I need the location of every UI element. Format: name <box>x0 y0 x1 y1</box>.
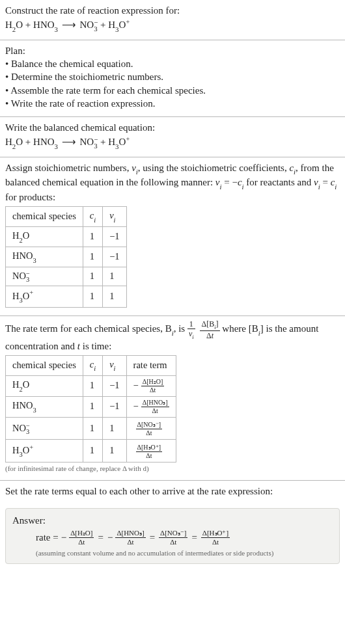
cell-nui: 1 <box>103 440 126 463</box>
cell-species: H2O <box>6 375 83 396</box>
cell-nui: −1 <box>103 247 126 267</box>
cell-species: HNO3 <box>6 247 83 267</box>
cell-nui: 1 <box>103 417 126 440</box>
stoich-text: Assign stoichiometric numbers, νi, using… <box>5 161 340 204</box>
cell-ci: 1 <box>83 396 102 417</box>
final-section: Set the rate terms equal to each other t… <box>0 481 345 504</box>
table-row: H2O 1 −1 − Δ[H₂O]Δt <box>6 375 176 396</box>
cell-species: H3O+ <box>6 286 83 307</box>
cell-ci: 1 <box>83 227 102 247</box>
table-row: NO−3 1 1 <box>6 267 127 286</box>
balanced-equation: H2O + HNO3 ⟶ NO−3 + H3O+ <box>5 134 340 150</box>
col-nui: νi <box>103 207 126 227</box>
cell-species: H2O <box>6 227 83 247</box>
cell-ci: 1 <box>83 247 102 267</box>
prompt-title: Construct the rate of reaction expressio… <box>5 4 340 17</box>
cell-species: HNO3 <box>6 396 83 417</box>
prompt-section: Construct the rate of reaction expressio… <box>0 0 345 40</box>
cell-ci: 1 <box>83 286 102 307</box>
table-row: H3O+ 1 1 Δ[H₃O⁺]Δt <box>6 440 176 463</box>
col-ci: ci <box>83 355 102 375</box>
final-title: Set the rate terms equal to each other t… <box>5 485 340 498</box>
col-rateterm: rate term <box>126 355 176 375</box>
cell-nui: −1 <box>103 396 126 417</box>
plan-item: • Balance the chemical equation. <box>5 57 340 70</box>
species-h3oplus: H3O+ <box>108 20 130 30</box>
table-row: H2O 1 −1 <box>6 227 127 247</box>
answer-assumption: (assuming constant volume and no accumul… <box>12 548 333 558</box>
answer-expression: rate = − Δ[H₂O]Δt = − Δ[HNO₃]Δt = Δ[NO₃⁻… <box>12 530 230 546</box>
species-h2o: H2O <box>5 20 23 30</box>
plan-item: • Write the rate of reaction expression. <box>5 97 340 110</box>
rateterm-section: The rate term for each chemical species,… <box>0 316 345 480</box>
table-row: NO−3 1 1 Δ[NO₃⁻]Δt <box>6 417 176 440</box>
plan-section: Plan: • Balance the chemical equation. •… <box>0 40 345 116</box>
fraction-one-over-nu: 1 νi <box>187 320 195 340</box>
cell-species: NO−3 <box>6 267 83 286</box>
reaction-arrow-icon: ⟶ <box>61 137 77 147</box>
cell-ci: 1 <box>83 375 102 396</box>
stoich-table: chemical species ci νi H2O 1 −1 HNO3 1 −… <box>5 206 127 307</box>
reaction-arrow-icon: ⟶ <box>61 20 77 30</box>
col-nui: νi <box>103 355 126 375</box>
cell-rateterm: Δ[NO₃⁻]Δt <box>126 417 176 440</box>
document-root: Construct the rate of reaction expressio… <box>0 0 345 564</box>
plan-title: Plan: <box>5 44 340 57</box>
answer-title: Answer: <box>12 514 333 527</box>
species-hno3: HNO3 <box>33 20 58 30</box>
cell-species: NO−3 <box>6 417 83 440</box>
col-species: chemical species <box>6 355 83 375</box>
species-no3minus: NO−3 <box>79 20 98 30</box>
rateterm-table: chemical species ci νi rate term H2O 1 −… <box>5 355 176 463</box>
cell-ci: 1 <box>83 440 102 463</box>
fraction-dB-dt: Δ[Bi] Δt <box>200 320 219 340</box>
stoich-section: Assign stoichiometric numbers, νi, using… <box>0 157 345 315</box>
col-ci: ci <box>83 207 102 227</box>
cell-nui: 1 <box>103 286 126 307</box>
balanced-section: Write the balanced chemical equation: H2… <box>0 117 345 157</box>
prompt-equation: H2O + HNO3 ⟶ NO−3 + H3O+ <box>5 17 340 33</box>
rateterm-text: The rate term for each chemical species,… <box>5 320 340 353</box>
table-row: H3O+ 1 1 <box>6 286 127 307</box>
cell-ci: 1 <box>83 267 102 286</box>
table-row: chemical species ci νi <box>6 207 127 227</box>
cell-rateterm: − Δ[HNO₃]Δt <box>126 396 176 417</box>
table-row: chemical species ci νi rate term <box>6 355 176 375</box>
cell-nui: −1 <box>103 227 126 247</box>
balanced-title: Write the balanced chemical equation: <box>5 121 340 134</box>
cell-nui: 1 <box>103 267 126 286</box>
table-row: HNO3 1 −1 <box>6 247 127 267</box>
plan-item: • Determine the stoichiometric numbers. <box>5 70 340 83</box>
answer-box: Answer: rate = − Δ[H₂O]Δt = − Δ[HNO₃]Δt … <box>5 508 340 564</box>
rateterm-footnote: (for infinitesimal rate of change, repla… <box>5 464 340 474</box>
cell-rateterm: Δ[H₃O⁺]Δt <box>126 440 176 463</box>
cell-species: H3O+ <box>6 440 83 463</box>
col-species: chemical species <box>6 207 83 227</box>
table-row: HNO3 1 −1 − Δ[HNO₃]Δt <box>6 396 176 417</box>
cell-nui: −1 <box>103 375 126 396</box>
cell-rateterm: − Δ[H₂O]Δt <box>126 375 176 396</box>
plan-item: • Assemble the rate term for each chemic… <box>5 84 340 97</box>
cell-ci: 1 <box>83 417 102 440</box>
